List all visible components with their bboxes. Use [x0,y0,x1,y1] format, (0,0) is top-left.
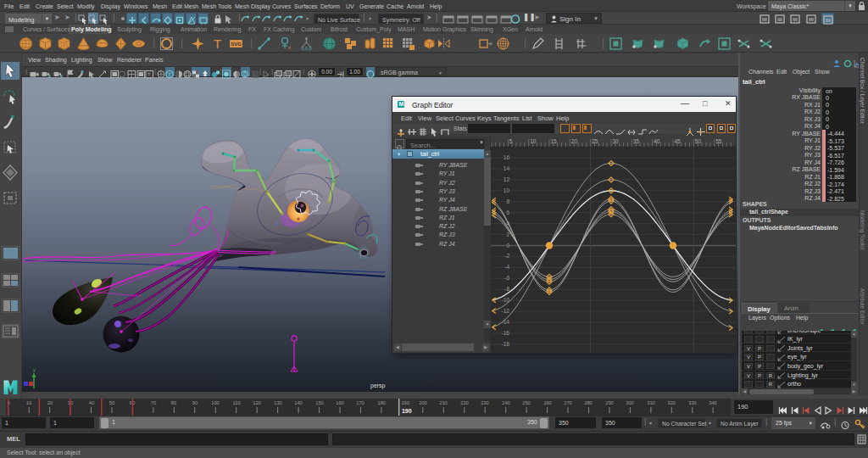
svg-text:310: 310 [647,400,655,405]
svg-text:330: 330 [688,400,697,405]
svg-text:5: 5 [509,138,513,144]
svg-text:230: 230 [481,400,489,405]
svg-text:6: 6 [506,209,509,215]
svg-text:20: 20 [47,400,53,405]
svg-text:16: 16 [504,154,510,160]
svg-text:320: 320 [667,400,676,405]
svg-text:250: 250 [522,400,531,405]
svg-text:55: 55 [715,138,722,144]
svg-text:10: 10 [504,187,510,193]
svg-text:0,0,0: 0,0,0 [301,46,311,51]
svg-text:150: 150 [315,400,324,405]
svg-text:180: 180 [377,400,386,405]
svg-text:50: 50 [109,400,114,405]
svg-text:-2: -2 [504,253,509,259]
svg-text:270: 270 [564,400,572,405]
svg-text:80: 80 [171,400,176,405]
svg-text:25: 25 [592,138,598,144]
svg-text:-8: -8 [504,286,509,292]
svg-text:340: 340 [709,400,717,405]
svg-text:12: 12 [504,176,510,182]
svg-text:-6: -6 [504,275,509,281]
svg-text:-12: -12 [502,308,510,314]
svg-text:45: 45 [675,138,682,144]
svg-text:200: 200 [419,400,427,405]
svg-text:-18: -18 [502,341,510,347]
svg-text:170: 170 [356,400,364,405]
svg-text:300: 300 [626,400,634,405]
svg-text:y: y [33,367,36,372]
svg-text:40: 40 [89,400,94,405]
svg-text:T: T [147,72,151,77]
svg-text:90: 90 [192,400,198,405]
svg-text:100: 100 [211,400,220,405]
svg-text:-4: -4 [504,264,509,270]
svg-text:10: 10 [530,138,537,144]
svg-text:190: 190 [401,400,409,405]
svg-text:210: 210 [439,400,448,405]
svg-text:260: 260 [543,400,552,405]
svg-text:30: 30 [613,138,620,144]
svg-text:4: 4 [60,74,63,79]
svg-text:T: T [214,36,221,51]
svg-text:280: 280 [584,400,593,405]
svg-text:120: 120 [253,400,261,405]
svg-text:220: 220 [460,400,469,405]
svg-text:35: 35 [633,138,640,144]
svg-text:15: 15 [551,138,558,144]
svg-text:SVG: SVG [231,42,242,47]
svg-text:14: 14 [504,165,510,171]
svg-text:160: 160 [336,400,344,405]
svg-text:70: 70 [151,400,156,405]
svg-text:50: 50 [695,138,702,144]
svg-text:130: 130 [274,400,282,405]
svg-text:x: x [288,45,291,50]
svg-text:240: 240 [502,400,510,405]
svg-text:20: 20 [571,138,578,144]
svg-text:4: 4 [48,74,51,79]
svg-text:40: 40 [654,138,660,144]
svg-text:110: 110 [232,400,240,405]
svg-text:10: 10 [26,400,31,405]
svg-text:140: 140 [294,400,303,405]
svg-text:290: 290 [605,400,614,405]
svg-text:8: 8 [506,198,509,204]
svg-text:-16: -16 [502,330,510,336]
svg-text:0: 0 [506,243,509,249]
svg-text:190: 190 [402,408,412,414]
